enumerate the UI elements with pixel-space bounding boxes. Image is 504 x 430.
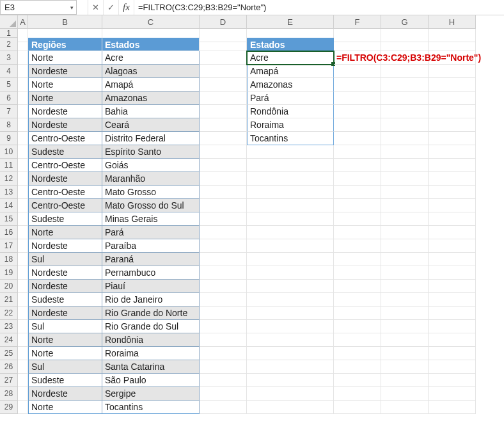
cell[interactable] xyxy=(334,226,381,239)
row-header[interactable]: 20 xyxy=(0,280,18,293)
cell[interactable] xyxy=(200,293,247,307)
active-cell-e3[interactable]: Acre xyxy=(247,51,334,65)
table-cell[interactable]: Norte xyxy=(28,226,102,239)
cell[interactable] xyxy=(429,65,476,78)
table-cell[interactable]: Roraima xyxy=(102,347,200,360)
table-cell[interactable]: Piauí xyxy=(102,280,200,293)
column-header[interactable]: A xyxy=(18,15,28,29)
cell[interactable] xyxy=(18,199,28,212)
table-cell[interactable]: Ceará xyxy=(102,118,200,132)
cell[interactable] xyxy=(381,186,429,199)
row-header[interactable]: 29 xyxy=(0,401,18,414)
row-header[interactable]: 6 xyxy=(0,92,18,105)
cell[interactable] xyxy=(429,92,476,105)
cell[interactable] xyxy=(429,172,476,186)
table-cell[interactable]: Distrito Federal xyxy=(102,132,200,145)
cell[interactable] xyxy=(381,347,429,360)
cell[interactable] xyxy=(381,212,429,226)
cell[interactable] xyxy=(381,253,429,266)
cell[interactable] xyxy=(247,266,334,280)
cell[interactable] xyxy=(200,280,247,293)
cell[interactable] xyxy=(334,374,381,387)
cell[interactable] xyxy=(429,78,476,92)
cell[interactable] xyxy=(381,118,429,132)
row-header[interactable]: 9 xyxy=(0,132,18,145)
table-cell[interactable]: Sul xyxy=(28,360,102,374)
cell[interactable] xyxy=(18,320,28,333)
cell[interactable] xyxy=(381,266,429,280)
cell[interactable] xyxy=(429,186,476,199)
cell[interactable] xyxy=(247,347,334,360)
cell[interactable] xyxy=(200,387,247,401)
table-cell[interactable]: Rondônia xyxy=(102,333,200,347)
cell[interactable] xyxy=(200,374,247,387)
row-header[interactable]: 15 xyxy=(0,212,18,226)
cell[interactable] xyxy=(200,92,247,105)
cell[interactable] xyxy=(247,145,334,159)
cell[interactable] xyxy=(18,105,28,118)
cell[interactable] xyxy=(334,118,381,132)
cell[interactable] xyxy=(200,38,247,51)
cell[interactable] xyxy=(18,401,28,414)
confirm-button[interactable]: ✓ xyxy=(104,0,119,15)
cell[interactable] xyxy=(18,172,28,186)
table-cell[interactable]: Pernambuco xyxy=(102,266,200,280)
cell[interactable] xyxy=(200,172,247,186)
cell[interactable] xyxy=(200,199,247,212)
cell[interactable] xyxy=(18,186,28,199)
cell[interactable] xyxy=(429,118,476,132)
table-header-regioes[interactable]: Regiões xyxy=(28,38,102,51)
spill-cell[interactable]: Amapá xyxy=(247,65,334,78)
cell[interactable] xyxy=(247,239,334,253)
insert-function-button[interactable]: fx xyxy=(119,0,134,15)
row-header[interactable]: 2 xyxy=(0,38,18,51)
row-header[interactable]: 21 xyxy=(0,293,18,307)
cell[interactable] xyxy=(18,360,28,374)
row-header[interactable]: 4 xyxy=(0,65,18,78)
row-header[interactable]: 12 xyxy=(0,172,18,186)
cell[interactable] xyxy=(18,132,28,145)
column-header[interactable]: C xyxy=(102,15,200,29)
table-cell[interactable]: Norte xyxy=(28,347,102,360)
row-header[interactable]: 5 xyxy=(0,78,18,92)
table-cell[interactable]: Alagoas xyxy=(102,65,200,78)
row-header[interactable]: 11 xyxy=(0,159,18,172)
name-box-dropdown-icon[interactable]: ▾ xyxy=(68,4,74,11)
cell[interactable] xyxy=(200,333,247,347)
cancel-button[interactable]: ✕ xyxy=(88,0,104,15)
row-header[interactable]: 22 xyxy=(0,307,18,320)
cell[interactable] xyxy=(334,159,381,172)
cell[interactable] xyxy=(200,78,247,92)
table-cell[interactable]: Centro-Oeste xyxy=(28,159,102,172)
row-header[interactable]: 23 xyxy=(0,320,18,333)
spill-cell[interactable]: Rondônia xyxy=(247,105,334,118)
cell[interactable] xyxy=(381,374,429,387)
table-cell[interactable]: Bahia xyxy=(102,105,200,118)
table-cell[interactable]: Paraíba xyxy=(102,239,200,253)
table-cell[interactable]: Amazonas xyxy=(102,92,200,105)
cell[interactable] xyxy=(18,387,28,401)
table-cell[interactable]: Paraná xyxy=(102,253,200,266)
cell[interactable] xyxy=(381,333,429,347)
row-header[interactable]: 26 xyxy=(0,360,18,374)
cell[interactable] xyxy=(381,172,429,186)
cell[interactable] xyxy=(18,65,28,78)
table-cell[interactable]: Pará xyxy=(102,226,200,239)
cell[interactable] xyxy=(200,239,247,253)
cell[interactable] xyxy=(334,78,381,92)
table-cell[interactable]: Rio Grande do Sul xyxy=(102,320,200,333)
table-cell[interactable]: São Paulo xyxy=(102,374,200,387)
cell[interactable] xyxy=(381,132,429,145)
cell[interactable] xyxy=(200,65,247,78)
result-header-estados[interactable]: Estados xyxy=(247,38,334,51)
cell[interactable] xyxy=(334,253,381,266)
row-header[interactable]: 16 xyxy=(0,226,18,239)
formula-input[interactable]: =FILTRO(C3:C29;B3:B29="Norte") xyxy=(134,0,504,15)
table-cell[interactable]: Norte xyxy=(28,78,102,92)
cell[interactable] xyxy=(381,105,429,118)
cell[interactable] xyxy=(334,105,381,118)
cell[interactable] xyxy=(247,307,334,320)
cell[interactable] xyxy=(18,266,28,280)
table-cell[interactable]: Nordeste xyxy=(28,65,102,78)
cell[interactable] xyxy=(247,186,334,199)
